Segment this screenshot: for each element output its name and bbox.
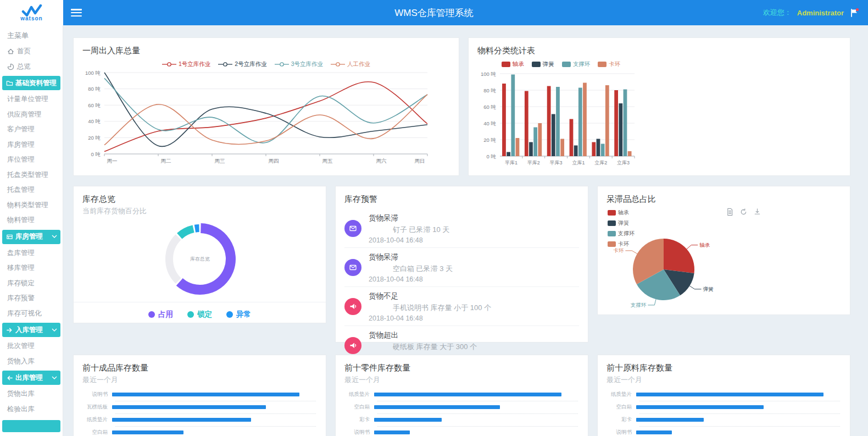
bar	[529, 142, 533, 157]
sidebar-group[interactable]	[2, 420, 60, 432]
sidebar-item[interactable]: 托盘管理	[0, 183, 63, 198]
legend-item[interactable]: 轴承	[502, 60, 524, 68]
card-title: 库存预警	[336, 186, 588, 205]
legend-item[interactable]: 2号立库作业	[218, 60, 266, 68]
svg-text:周二: 周二	[161, 158, 171, 164]
alert-item[interactable]: 货物不足手机说明书 库存量 小于 100 个2018-10-04 16:48	[344, 287, 579, 325]
hbar-bar	[112, 418, 251, 422]
hbar-track	[636, 431, 840, 434]
legend-swatch-icon	[608, 241, 616, 247]
hbar-row: 彩卡	[605, 416, 840, 424]
sidebar-group[interactable]: 入库管理	[2, 323, 60, 337]
hbar-bar	[636, 418, 704, 422]
legend-item[interactable]: 轴承	[608, 209, 635, 217]
sidebar-item[interactable]: 总览	[0, 59, 63, 75]
welcome-text: 欢迎您：	[763, 8, 792, 18]
logo-text: watson	[20, 15, 42, 21]
sidebar-item[interactable]: 首页	[0, 44, 63, 59]
legend-item[interactable]: 支撑环	[608, 230, 635, 238]
hbar-label: 纸质垫片	[605, 391, 636, 398]
hbar-label: 彩卡	[343, 416, 374, 423]
legend-swatch-icon	[502, 62, 510, 67]
dotted-divider	[115, 401, 316, 401]
sidebar-group[interactable]: 库房管理	[2, 230, 60, 244]
card-top-parts: 前十零件库存数量 最近一个月 纸质垫片空白箱彩卡说明书	[335, 355, 588, 436]
sidebar-item[interactable]: 供应商管理	[0, 107, 63, 123]
horn-icon	[344, 337, 361, 354]
legend-swatch-icon	[532, 62, 541, 67]
sidebar-item[interactable]: 计量单位管理	[0, 92, 63, 107]
sidebar-item[interactable]: 客户管理	[0, 122, 63, 137]
hbar-bar	[636, 405, 764, 409]
sidebar-item[interactable]: 库房管理	[0, 137, 63, 153]
sidebar-item[interactable]: 移库管理	[0, 261, 63, 276]
menu-toggle-icon[interactable]	[71, 9, 82, 16]
legend-item[interactable]: 3号立库作业	[275, 60, 323, 68]
hbar-track	[636, 418, 840, 422]
sidebar-item[interactable]: 货物出库	[0, 387, 63, 402]
sidebar-item[interactable]: 托盘类型管理	[0, 168, 63, 183]
bar	[624, 90, 627, 157]
legend-item[interactable]: 锁定	[187, 310, 212, 319]
bar	[597, 139, 600, 157]
sidebar-item[interactable]: 库存可视化	[0, 306, 63, 322]
card-subtitle: 最近一个月	[598, 373, 850, 385]
card-subtitle: 当前库存货物百分比	[74, 205, 326, 216]
svg-text:平库1: 平库1	[505, 160, 518, 165]
bar	[502, 84, 506, 156]
flag-notification-icon[interactable]	[849, 8, 859, 18]
sidebar-item[interactable]: 检验出库	[0, 402, 63, 417]
current-username[interactable]: Administrator	[797, 9, 844, 17]
svg-text:40 吨: 40 吨	[88, 118, 101, 124]
legend-item[interactable]: 卡环	[608, 240, 635, 248]
sidebar-item[interactable]: 盘库管理	[0, 246, 63, 261]
legend-item[interactable]: 人工作业	[331, 60, 370, 68]
svg-text:100 吨: 100 吨	[85, 70, 101, 76]
legend-item[interactable]: 弹簧	[532, 60, 554, 68]
download-icon[interactable]	[753, 208, 761, 216]
dotted-divider	[639, 426, 840, 427]
sidebar-item[interactable]: 批次管理	[0, 339, 63, 354]
sidebar-item[interactable]: 库存预警	[0, 291, 63, 306]
svg-text:周六: 周六	[376, 158, 387, 164]
refresh-icon[interactable]	[739, 208, 748, 216]
arrow-right-icon	[6, 327, 13, 334]
hbar-track	[374, 393, 578, 396]
legend-item[interactable]: 异常	[226, 310, 251, 319]
app-logo[interactable]: watson	[0, 0, 63, 25]
hbar-row: 说明书	[81, 390, 316, 399]
donut-center-label: 库存总览	[190, 256, 210, 262]
legend-item[interactable]: 支撑环	[562, 60, 591, 68]
sidebar-item[interactable]: 货物入库	[0, 354, 63, 369]
pie-label: 轴承	[699, 242, 710, 248]
legend-dot-icon	[226, 311, 233, 318]
top-header: watson WMS仓库管理系统 欢迎您： Administrator	[0, 0, 868, 25]
alert-desc: 空白箱 已呆滞 3 天	[369, 264, 453, 274]
card-title: 前十零件库存数量	[336, 355, 588, 373]
bar	[547, 86, 551, 157]
legend-item[interactable]: 弹簧	[608, 219, 635, 227]
hbar-row: 纸质垫片	[343, 390, 578, 399]
sidebar-item[interactable]: 物料管理	[0, 213, 63, 228]
sidebar-item[interactable]: 物料类型管理	[0, 198, 63, 213]
hbar-track	[374, 431, 578, 434]
svg-text:80 吨: 80 吨	[483, 87, 496, 93]
bar	[560, 139, 564, 157]
alert-item[interactable]: 货物呆滞空白箱 已呆滞 3 天2018-10-04 16:48	[344, 248, 579, 286]
sidebar-group[interactable]: 出库管理	[2, 371, 60, 385]
alert-desc: 手机说明书 库存量 小于 100 个	[369, 303, 491, 313]
data-view-icon[interactable]	[726, 208, 734, 216]
svg-text:周一: 周一	[107, 158, 118, 164]
alert-item[interactable]: 货物呆滞钉子 已呆滞 10 天2018-10-04 16:48	[344, 209, 579, 247]
legend-swatch-icon	[562, 62, 571, 67]
svg-text:周五: 周五	[322, 158, 333, 164]
legend-item[interactable]: 占用	[148, 310, 173, 319]
legend-item[interactable]: 卡环	[598, 60, 620, 68]
sidebar-item[interactable]: 库存锁定	[0, 276, 63, 291]
bar	[574, 146, 578, 157]
sidebar-group[interactable]: 基础资料管理	[2, 76, 60, 90]
legend-item[interactable]: 1号立库作业	[162, 60, 210, 68]
sidebar-item[interactable]: 库位管理	[0, 152, 63, 168]
hbar-label: 说明书	[605, 429, 636, 436]
legend-swatch-icon	[608, 231, 616, 236]
